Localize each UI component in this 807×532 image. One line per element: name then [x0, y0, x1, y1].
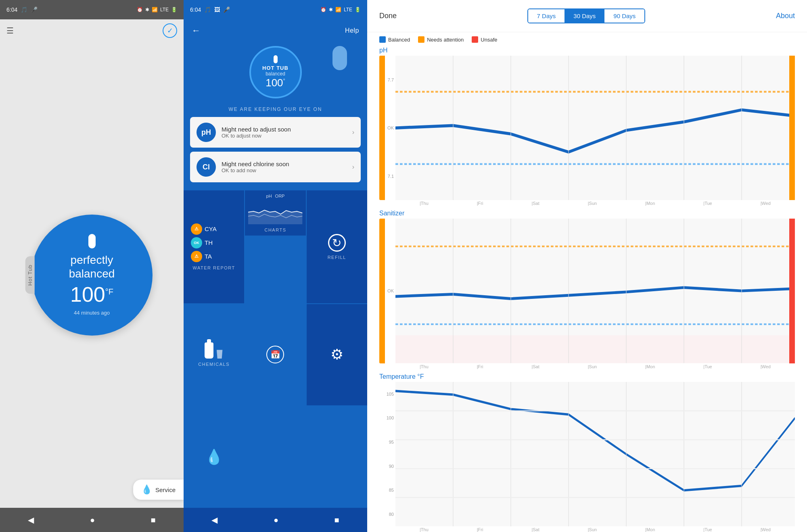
temp-chart-area: 105 100 95 90 85 80: [379, 382, 795, 526]
lte-label-2: LTE: [344, 7, 352, 13]
cup-icon: [216, 350, 223, 359]
water-report-items: ⚠ CYA OK TH ⚠ TA: [187, 223, 241, 262]
ph-alert-text: Might need to adjust soon OK to adjust n…: [222, 126, 347, 139]
refill-icon: [328, 234, 346, 252]
home-nav-button-2[interactable]: ●: [270, 511, 282, 529]
water-sensor-icon: [332, 46, 347, 70]
chemicals-label: CHEMICALS: [198, 362, 230, 367]
done-button[interactable]: Done: [379, 12, 397, 20]
th-label: TH: [205, 239, 213, 246]
hot-tub-status: balanced: [266, 71, 285, 77]
cl-alert-card[interactable]: Cl Might need chlorine soon OK to add no…: [190, 152, 361, 182]
balance-title-1: perfectly balanced: [69, 253, 115, 280]
tab-7days[interactable]: 7 Days: [528, 9, 565, 23]
unsafe-dot: [472, 36, 478, 43]
temperature-display: 100°F: [70, 282, 113, 307]
needs-attention-dot: [418, 36, 424, 43]
bluetooth-icon: ✱: [145, 7, 149, 13]
back-nav-button-2[interactable]: ◀: [207, 511, 222, 529]
toolbar-2: ← Help: [184, 19, 367, 42]
balanced-label: Balanced: [388, 37, 410, 43]
status-bar-right-1: ⏰ ✱ 📶 LTE 🔋: [137, 7, 177, 13]
about-button[interactable]: About: [776, 12, 795, 20]
ph-x-sat: |Sat: [531, 201, 539, 206]
check-circle-button[interactable]: ✓: [163, 23, 177, 38]
sanitizer-left-bar: [379, 219, 385, 363]
battery-icon: 🔋: [171, 7, 177, 13]
ph-x-sun: |Sun: [588, 201, 597, 206]
orp-chart-label: ORP: [275, 194, 285, 198]
cl-alert-text: Might need chlorine soon OK to add now: [222, 161, 347, 173]
back-button[interactable]: ←: [192, 25, 201, 36]
back-nav-button[interactable]: ◀: [24, 511, 38, 529]
water-report-cell[interactable]: ⚠ CYA OK TH ⚠ TA WATER REPORT: [184, 190, 244, 303]
svg-rect-20: [395, 382, 795, 526]
status-bar-1: 6:04 🎵 🎤 ⏰ ✱ 📶 LTE 🔋: [0, 0, 184, 19]
service-drop-icon: 💧: [141, 484, 152, 495]
spotify-icon-2: 🎵: [204, 6, 211, 13]
temp-y-3: 95: [379, 440, 394, 444]
hot-tub-circle[interactable]: HOT TUB balanced 100°: [249, 46, 302, 98]
temp-chart-block: Temperature °F 105 100 95 90 85 80: [379, 373, 795, 532]
home-nav-button[interactable]: ●: [86, 511, 99, 529]
temp-x-sat: |Sat: [531, 527, 539, 532]
sanitizer-chart-title: Sanitizer: [379, 210, 795, 217]
sanitizer-chart-block: Sanitizer OK: [379, 210, 795, 369]
san-x-sun: |Sun: [588, 364, 597, 369]
mic-icon: 🎤: [223, 6, 230, 13]
tab-30days[interactable]: 30 Days: [564, 9, 604, 23]
temp-x-mon: |Mon: [645, 527, 655, 532]
ph-alert-card[interactable]: pH Might need to adjust soon OK to adjus…: [190, 117, 361, 148]
charts-cell[interactable]: pH ORP CHARTS: [245, 190, 305, 236]
temp-x-tue: |Tue: [703, 527, 712, 532]
temp-x-sun: |Sun: [588, 527, 597, 532]
cya-label: CYA: [205, 225, 217, 232]
ph-x-mon: |Mon: [645, 201, 655, 206]
chart-mini-labels: pH ORP: [266, 194, 285, 198]
temp-y-5: 85: [379, 488, 394, 492]
cl-alert-arrow: ›: [352, 163, 354, 171]
status-bar-2: 6:04 🎵 🖼 🎤 ⏰ ✱ 📶 LTE 🔋: [184, 0, 367, 19]
dosing-cell[interactable]: 💧: [184, 406, 244, 508]
ph-alert-sub: OK to adjust now: [222, 133, 347, 139]
panel-home: 6:04 🎵 🎤 ⏰ ✱ 📶 LTE 🔋 ☰ ✓ Hot Tub perfect…: [0, 0, 184, 532]
recent-nav-button[interactable]: ■: [147, 511, 160, 529]
chemicals-cell[interactable]: CHEMICALS: [184, 304, 244, 406]
settings-cell[interactable]: ⚙: [307, 304, 367, 406]
hot-tub-temp: 100°: [266, 77, 285, 89]
ph-right-bar: [789, 56, 795, 200]
status-bar-right-2: ⏰ ✱ 📶 LTE 🔋: [320, 7, 361, 13]
temp-x-thu: |Thu: [420, 527, 429, 532]
help-button[interactable]: Help: [345, 27, 359, 34]
chart-section: pH 7.7 OK 7.1: [367, 47, 807, 532]
battery-icon-2: 🔋: [355, 7, 361, 13]
recent-nav-button-2[interactable]: ■: [330, 511, 343, 529]
lte-label: LTE: [160, 7, 169, 13]
schedule-cell[interactable]: 📅: [245, 304, 305, 406]
ph-x-wed: |Wed: [761, 201, 771, 206]
cl-alert-title: Might need chlorine soon: [222, 161, 347, 167]
refill-cell[interactable]: REFILL: [307, 190, 367, 303]
service-button[interactable]: 💧 Service: [133, 480, 184, 500]
sanitizer-chart-area: OK: [379, 219, 795, 363]
unsafe-label: Unsafe: [481, 37, 497, 43]
drop-sensor-icon: [274, 55, 278, 63]
temp-x-wed: |Wed: [761, 527, 771, 532]
temp-y-labels: 105 100 95 90 85 80: [379, 382, 395, 526]
tab-90days[interactable]: 90 Days: [604, 9, 644, 23]
time-display-1: 6:04: [6, 6, 17, 13]
san-x-fri: |Fri: [477, 364, 483, 369]
hot-tub-name: HOT TUB: [262, 65, 289, 71]
status-bar-left-2: 6:04 🎵 🖼 🎤: [190, 6, 230, 13]
legend-needs-attention: Needs attention: [418, 36, 464, 43]
balance-circle[interactable]: Hot Tub perfectly balanced 100°F 44 minu…: [31, 215, 153, 336]
gear-icon: ⚙: [330, 346, 343, 363]
sanitizer-svg-wrap: [395, 219, 795, 363]
temp-chart-title: Temperature °F: [379, 373, 795, 380]
cya-item: ⚠ CYA: [191, 223, 217, 235]
th-item: OK TH: [191, 237, 213, 248]
alarm-icon-2: ⏰: [320, 7, 326, 13]
menu-icon[interactable]: ☰: [6, 26, 14, 35]
svg-rect-13: [395, 336, 795, 363]
cl-icon: Cl: [197, 157, 216, 177]
